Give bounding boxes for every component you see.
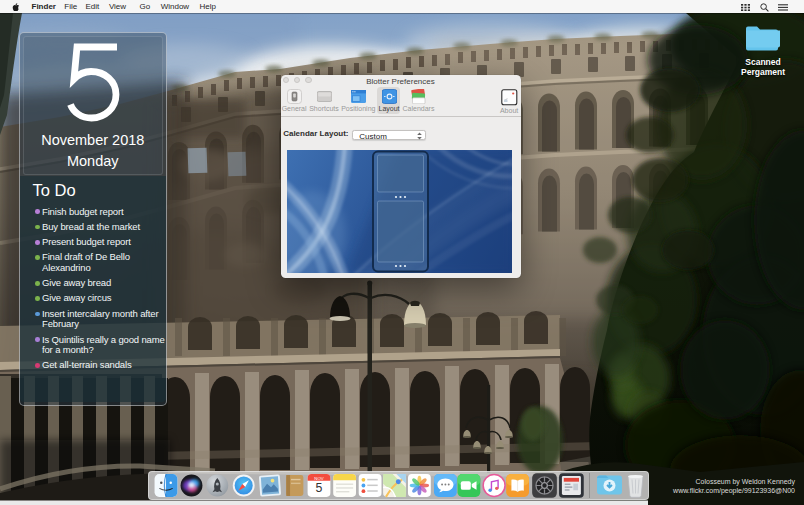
svg-text:NOV: NOV bbox=[314, 476, 323, 481]
svg-text:5: 5 bbox=[316, 481, 323, 495]
